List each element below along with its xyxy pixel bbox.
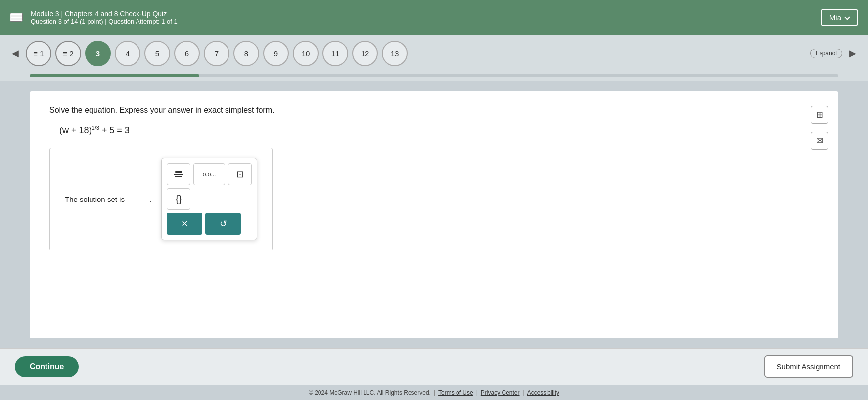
header-left: Module 3 | Chapters 4 and 8 Check-Up Qui… bbox=[10, 10, 178, 25]
question-nav-13[interactable]: 13 bbox=[382, 41, 408, 66]
question-nav-7[interactable]: 7 bbox=[204, 41, 229, 66]
clear-icon: ✕ bbox=[181, 218, 188, 229]
mixed-number-button[interactable]: o,o... bbox=[193, 163, 225, 185]
question-navigation-bar: ◀ ≡ 1 ≡ 2 3 4 5 6 7 8 9 10 11 12 13 Espa… bbox=[0, 35, 868, 72]
terms-of-use-link[interactable]: Terms of Use bbox=[438, 389, 473, 396]
privacy-center-link[interactable]: Privacy Center bbox=[481, 389, 520, 396]
math-toolbar-row-1: o,o... ⊡ bbox=[167, 163, 252, 185]
progress-area bbox=[0, 72, 868, 81]
nav-left-arrow[interactable]: ◀ bbox=[10, 48, 21, 59]
question-instruction: Solve the equation. Express your answer … bbox=[49, 106, 819, 115]
bracket-icon: ⊡ bbox=[236, 169, 244, 180]
footer-copyright: © 2024 McGraw Hill LLC. All Rights Reser… bbox=[0, 385, 868, 400]
undo-button[interactable]: ↺ bbox=[205, 213, 241, 235]
question-info: Question 3 of 14 (1 point) | Question At… bbox=[31, 18, 178, 25]
continue-button[interactable]: Continue bbox=[15, 356, 79, 377]
question-nav-12[interactable]: 12 bbox=[352, 41, 378, 66]
question-nav-11[interactable]: 11 bbox=[322, 41, 348, 66]
question-nav-8[interactable]: 8 bbox=[233, 41, 259, 66]
content-area: Solve the equation. Express your answer … bbox=[30, 91, 838, 338]
question-nav-10[interactable]: 10 bbox=[293, 41, 319, 66]
submit-assignment-button[interactable]: Submit Assignment bbox=[764, 355, 853, 378]
separator-3: | bbox=[523, 389, 524, 396]
quiz-title: Module 3 | Chapters 4 and 8 Check-Up Qui… bbox=[31, 10, 178, 18]
question-nav-4[interactable]: 4 bbox=[115, 41, 140, 66]
progress-bar-fill bbox=[30, 74, 199, 77]
question-nav-9[interactable]: 9 bbox=[263, 41, 289, 66]
accessibility-link[interactable]: Accessibility bbox=[527, 389, 559, 396]
dots-label: o,o... bbox=[203, 171, 216, 178]
clear-button[interactable]: ✕ bbox=[167, 213, 202, 235]
period: . bbox=[149, 195, 151, 203]
mail-icon: ✉ bbox=[816, 135, 823, 146]
answer-area: The solution set is . o,o bbox=[49, 148, 273, 250]
header-titles: Module 3 | Chapters 4 and 8 Check-Up Qui… bbox=[31, 10, 178, 25]
user-name: Mia bbox=[829, 13, 841, 22]
header: Module 3 | Chapters 4 and 8 Check-Up Qui… bbox=[0, 0, 868, 35]
fraction-icon bbox=[174, 171, 183, 177]
question-nav-1[interactable]: ≡ 1 bbox=[26, 41, 51, 66]
question-nav-2[interactable]: ≡ 2 bbox=[55, 41, 81, 66]
footer: Continue Submit Assignment bbox=[0, 348, 868, 385]
question-nav-6[interactable]: 6 bbox=[174, 41, 200, 66]
undo-icon: ↺ bbox=[220, 218, 227, 229]
mail-button[interactable]: ✉ bbox=[811, 132, 828, 150]
progress-bar-container bbox=[30, 74, 838, 77]
question-nav-5[interactable]: 5 bbox=[144, 41, 170, 66]
separator-2: | bbox=[476, 389, 478, 396]
curly-icon: {} bbox=[175, 194, 182, 205]
copyright-text: © 2024 McGraw Hill LLC. All Rights Reser… bbox=[309, 389, 431, 396]
separator-1: | bbox=[434, 389, 435, 396]
math-toolbar-row-actions: ✕ ↺ bbox=[167, 213, 252, 235]
answer-input-box[interactable] bbox=[130, 192, 144, 206]
equation-display: (w + 18)1/3 + 5 = 3 bbox=[59, 125, 819, 136]
user-menu-button[interactable]: Mia bbox=[821, 9, 858, 26]
espanol-button[interactable]: Español bbox=[810, 49, 842, 58]
nav-right: Español bbox=[810, 49, 842, 58]
nav-right-arrow[interactable]: ▶ bbox=[847, 48, 858, 59]
solution-label: The solution set is bbox=[65, 195, 125, 203]
main-content: Solve the equation. Express your answer … bbox=[0, 81, 868, 348]
curly-brace-button[interactable]: {} bbox=[167, 188, 190, 210]
question-nav-3[interactable]: 3 bbox=[85, 41, 111, 66]
calculator-icon: ⊞ bbox=[816, 109, 823, 120]
math-toolbar-row-2: {} bbox=[167, 188, 252, 210]
side-icons: ⊞ ✉ bbox=[811, 106, 828, 150]
fraction-button[interactable] bbox=[167, 163, 190, 185]
chevron-down-icon bbox=[844, 14, 850, 20]
question-nav-buttons: ≡ 1 ≡ 2 3 4 5 6 7 8 9 10 11 12 13 bbox=[26, 41, 805, 66]
bracket-button[interactable]: ⊡ bbox=[228, 163, 252, 185]
math-toolbar: o,o... ⊡ {} ✕ bbox=[161, 158, 257, 240]
calculator-button[interactable]: ⊞ bbox=[811, 106, 828, 124]
hamburger-menu[interactable] bbox=[10, 13, 23, 22]
